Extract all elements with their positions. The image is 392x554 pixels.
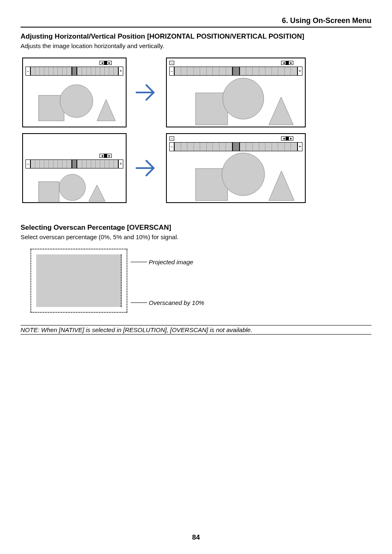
overscan-outer-dashed	[30, 249, 127, 313]
slider-left-icon: ◂	[281, 61, 286, 65]
overscan-label-projected: Projected image	[149, 259, 193, 265]
svg-point-1	[60, 85, 93, 118]
slider-left-icon: ◂	[99, 61, 104, 65]
slider-track	[174, 67, 297, 76]
plus-icon: +	[118, 67, 123, 76]
minus-icon: –	[169, 61, 174, 65]
section-heading-2: Selecting Overscan Percentage [OVERSCAN]	[21, 224, 371, 232]
slider-right-icon: ▸	[288, 136, 293, 141]
shapes-sct-icon	[35, 173, 118, 206]
slider-right-icon: ▸	[107, 61, 112, 65]
callout-line-icon	[131, 262, 147, 262]
svg-point-4	[223, 78, 264, 119]
chapter-header: 6. Using On-Screen Menu	[21, 16, 371, 27]
note-text: NOTE: When [NATIVE] is selected in [RESO…	[21, 325, 371, 335]
page-content: 6. Using On-Screen Menu Adjusting Horizo…	[0, 0, 392, 351]
section-body-1: Adjusts the image location horizontally …	[21, 42, 371, 49]
slider-track	[30, 159, 118, 169]
minus-icon: –	[169, 142, 174, 151]
overscan-labels: Projected image Overscaned by 10%	[131, 249, 204, 313]
diagram-before-horizontal: ◂ ▸ – +	[22, 58, 127, 127]
shapes-sct-icon	[191, 151, 298, 203]
plus-icon: +	[297, 67, 302, 76]
slider-left-icon: ◂	[99, 154, 104, 158]
plus-icon: +	[118, 159, 123, 169]
overscan-inner-gray	[36, 254, 122, 307]
svg-point-7	[59, 174, 85, 201]
shapes-sct-icon	[35, 83, 118, 128]
svg-rect-6	[39, 182, 59, 202]
minus-icon: –	[25, 67, 30, 76]
svg-marker-11	[269, 171, 294, 201]
overscan-figure: Projected image Overscaned by 10%	[30, 249, 371, 313]
svg-point-10	[222, 153, 265, 196]
diagram-row-horizontal: ◂ ▸ – + –	[22, 58, 371, 127]
minus-icon: –	[169, 136, 174, 141]
slider-right-icon: ▸	[107, 154, 112, 158]
arrow-right-icon	[134, 80, 159, 105]
slider-right-icon: ▸	[288, 61, 293, 65]
minus-icon: –	[25, 159, 30, 169]
diagram-after-horizontal: – ◂ ▸ – +	[166, 58, 306, 127]
diagram-after-vertical: – ◂ ▸ – +	[166, 133, 306, 203]
plus-icon: +	[297, 142, 302, 151]
svg-marker-8	[89, 185, 105, 201]
slider-track	[30, 67, 118, 76]
callout-line-icon	[131, 302, 147, 303]
slider-track	[174, 142, 297, 151]
arrow-right-icon	[134, 156, 159, 180]
minus-icon: –	[169, 67, 174, 76]
svg-marker-2	[97, 99, 115, 121]
diagram-before-vertical: ◂ ▸ – +	[22, 133, 127, 203]
page-number: 84	[0, 533, 392, 542]
section-heading-1: Adjusting Horizontal/Vertical Position […	[21, 32, 371, 41]
svg-marker-5	[269, 97, 293, 125]
slider-left-icon: ◂	[281, 136, 286, 141]
section-body-2: Select overscan percentage (0%, 5% and 1…	[21, 233, 371, 240]
overscan-label-10pct: Overscaned by 10%	[149, 299, 204, 306]
shapes-sct-icon	[191, 77, 298, 127]
chapter-header-rule: 6. Using On-Screen Menu	[21, 16, 371, 28]
diagram-row-vertical: ◂ ▸ – + –	[22, 133, 371, 203]
